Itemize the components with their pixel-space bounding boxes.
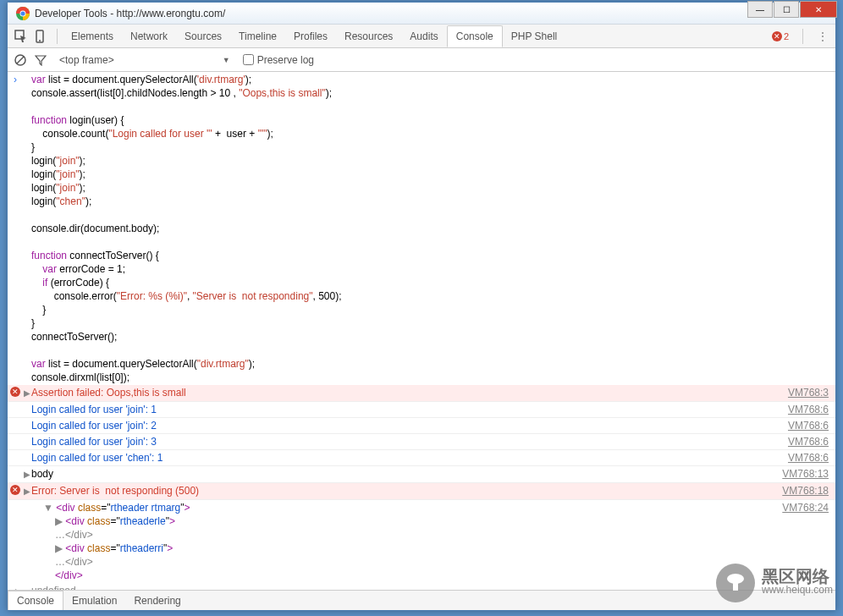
tab-resources[interactable]: Resources — [336, 26, 401, 47]
menu-icon[interactable]: ⋮ — [817, 30, 829, 43]
source-link[interactable]: VM768:18 — [782, 484, 835, 498]
devtools-window: Developer Tools - http://www.erongtu.com… — [7, 2, 836, 611]
maximize-button[interactable]: ☐ — [774, 1, 799, 18]
main-toolbar: ElementsNetworkSourcesTimelineProfilesRe… — [8, 25, 835, 48]
console-obj-row: ▶bodyVM768:13 — [8, 466, 835, 483]
console-filter-bar: <top frame> ▼ Preserve log — [8, 48, 835, 72]
svg-point-4 — [20, 11, 25, 15]
filter-icon[interactable] — [35, 54, 47, 66]
console-log-row: Login called for user 'join': 3VM768:6 — [8, 434, 835, 450]
source-link[interactable]: VM768:6 — [788, 451, 835, 465]
return-value: undefined — [31, 584, 835, 590]
window-title: Developer Tools - http://www.erongtu.com… — [35, 8, 832, 19]
tab-php-shell[interactable]: PHP Shell — [503, 26, 565, 47]
source-link[interactable]: VM768:13 — [782, 467, 835, 481]
tab-network[interactable]: Network — [122, 26, 176, 47]
tab-console[interactable]: Console — [447, 25, 503, 47]
frame-selector[interactable]: <top frame> ▼ — [55, 52, 234, 68]
titlebar[interactable]: Developer Tools - http://www.erongtu.com… — [8, 3, 835, 25]
return-icon: ‹ — [8, 584, 23, 590]
console-log-row: Login called for user 'join': 2VM768:6 — [8, 418, 835, 434]
tab-audits[interactable]: Audits — [401, 26, 446, 47]
console-input-history: var list = document.querySelectorAll('di… — [31, 73, 835, 384]
console-error-row: ✕▶Assertion failed: Oops,this is smallVM… — [8, 385, 835, 402]
svg-line-9 — [17, 57, 24, 63]
console-log-row: Login called for user 'chen': 1VM768:6 — [8, 450, 835, 466]
source-link[interactable]: VM768:6 — [788, 435, 835, 448]
dropdown-icon: ▼ — [223, 56, 230, 64]
inspect-icon[interactable] — [14, 30, 28, 43]
drawer-tab-rendering[interactable]: Rendering — [125, 591, 189, 610]
svg-point-7 — [39, 40, 41, 41]
drawer-tabs: ConsoleEmulationRendering — [8, 590, 835, 610]
tab-timeline[interactable]: Timeline — [230, 26, 285, 47]
console-error-row: ✕▶Error: Server is not responding (500)V… — [8, 483, 835, 500]
drawer-tab-console[interactable]: Console — [8, 591, 63, 610]
error-count-badge[interactable]: ✕2 — [772, 31, 789, 41]
close-button[interactable]: ✕ — [800, 1, 837, 18]
console-log-row: Login called for user 'join': 1VM768:6 — [8, 402, 835, 418]
tab-sources[interactable]: Sources — [176, 26, 230, 47]
minimize-button[interactable]: — — [747, 1, 773, 18]
source-link[interactable]: VM768:3 — [788, 386, 835, 400]
tab-elements[interactable]: Elements — [63, 26, 122, 47]
clear-console-icon[interactable] — [14, 54, 26, 66]
source-link[interactable]: VM768:6 — [788, 403, 835, 416]
drawer-tab-emulation[interactable]: Emulation — [63, 591, 125, 610]
device-icon[interactable] — [33, 30, 47, 43]
input-prompt-icon: › — [8, 73, 23, 384]
watermark: 黑区网络www.heiqu.com — [716, 564, 833, 602]
svg-rect-11 — [733, 582, 738, 591]
chrome-icon — [16, 7, 30, 20]
source-link[interactable]: VM768:6 — [788, 419, 835, 432]
preserve-log-checkbox[interactable]: Preserve log — [243, 54, 314, 66]
tab-profiles[interactable]: Profiles — [285, 26, 336, 47]
console-output[interactable]: › var list = document.querySelectorAll('… — [8, 72, 835, 590]
